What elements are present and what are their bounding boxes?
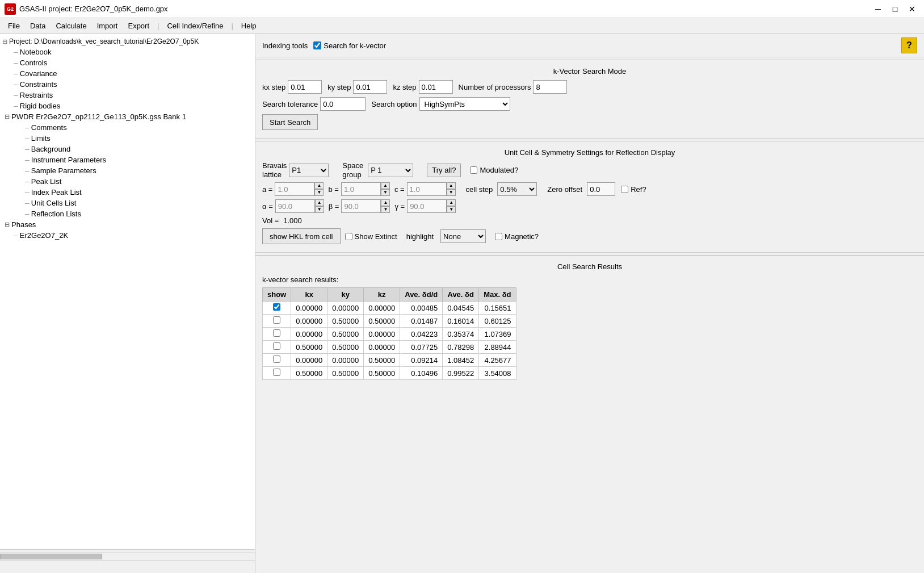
instrument-parameters-label: Instrument Parameters: [31, 156, 106, 164]
show-hkl-button[interactable]: show HKL from cell: [262, 228, 341, 244]
minimize-button[interactable]: ─: [871, 3, 885, 15]
menu-help[interactable]: Help: [237, 20, 261, 32]
c-spinners: ▲ ▼: [447, 182, 456, 196]
row-checkbox[interactable]: [273, 329, 280, 337]
help-button[interactable]: ?: [901, 37, 917, 53]
phases-label: Phases: [11, 220, 36, 229]
row-check-cell: [263, 354, 291, 367]
bravais-group: Bravaislattice P1: [262, 161, 329, 179]
show-extinct-checkbox[interactable]: [345, 233, 352, 240]
num-proc-label: Number of processors: [459, 83, 531, 91]
alpha-up-btn[interactable]: ▲: [315, 199, 324, 206]
search-tolerance-input[interactable]: [320, 97, 366, 111]
app-logo: G2: [5, 3, 16, 15]
index-peak-list-label: Index Peak List: [31, 188, 82, 196]
menu-file[interactable]: File: [3, 20, 24, 32]
row-cell-kz: 0.00000: [364, 328, 400, 341]
row-check-cell: [263, 302, 291, 315]
magnetic-checkbox[interactable]: [495, 233, 502, 240]
menu-import[interactable]: Import: [93, 20, 123, 32]
tree-notebook[interactable]: ─ Notebook: [0, 47, 255, 57]
highlight-select[interactable]: None: [440, 229, 486, 243]
menu-data[interactable]: Data: [26, 20, 50, 32]
a-down-btn[interactable]: ▼: [314, 189, 324, 196]
row-checkbox[interactable]: [273, 355, 280, 363]
tree-phases[interactable]: ⊟ Phases: [0, 219, 255, 230]
gamma-spinner: ▲ ▼: [407, 199, 456, 213]
gamma-input[interactable]: [407, 199, 447, 213]
tree-instrument-parameters[interactable]: ─ Instrument Parameters: [0, 154, 255, 165]
b-up-btn[interactable]: ▲: [381, 182, 390, 189]
c-input[interactable]: [407, 182, 447, 196]
window-controls: ─ □ ✕: [871, 3, 919, 15]
gamma-group: γ = ▲ ▼: [394, 199, 456, 213]
tree-covariance[interactable]: ─ Covariance: [0, 68, 255, 79]
menu-export[interactable]: Export: [123, 20, 154, 32]
tree-reflection-lists[interactable]: ─ Reflection Lists: [0, 208, 255, 219]
tree-controls[interactable]: ─ Controls: [0, 57, 255, 68]
menu-cell-index-refine[interactable]: Cell Index/Refine: [162, 20, 228, 32]
gamma-down-btn[interactable]: ▼: [447, 206, 456, 213]
tree-unit-cells-list[interactable]: ─ Unit Cells List: [0, 198, 255, 208]
c-down-btn[interactable]: ▼: [447, 189, 456, 196]
b-spinner: ▲ ▼: [341, 182, 390, 196]
a-input[interactable]: [275, 182, 314, 196]
bravais-select[interactable]: P1: [289, 164, 329, 177]
beta-up-btn[interactable]: ▲: [381, 199, 390, 206]
b-down-btn[interactable]: ▼: [381, 189, 390, 196]
alpha-input[interactable]: [275, 199, 315, 213]
try-all-button[interactable]: Try all?: [427, 164, 461, 177]
unit-cells-list-label: Unit Cells List: [31, 199, 76, 207]
beta-spinner: ▲ ▼: [341, 199, 390, 213]
tree-er2ge2o7-2k[interactable]: ─ Er2Ge2O7_2K: [0, 230, 255, 241]
row-cell-kz: 0.00000: [364, 302, 400, 315]
b-input[interactable]: [341, 182, 381, 196]
tree-background[interactable]: ─ Background: [0, 144, 255, 154]
cell-step-group: cell step 0.5%: [466, 182, 537, 196]
beta-input[interactable]: [341, 199, 381, 213]
tree-sample-parameters[interactable]: ─ Sample Parameters: [0, 165, 255, 176]
menu-calculate[interactable]: Calculate: [51, 20, 91, 32]
tree-peak-list[interactable]: ─ Peak List: [0, 176, 255, 187]
kz-step-input[interactable]: [419, 80, 453, 94]
row-cell-ky: 0.50000: [327, 328, 364, 341]
close-button[interactable]: ✕: [905, 3, 919, 15]
row-checkbox[interactable]: [273, 303, 280, 311]
modulated-checkbox[interactable]: [470, 166, 477, 174]
tree-index-peak-list[interactable]: ─ Index Peak List: [0, 187, 255, 198]
tree-project-root[interactable]: ⊟ Project: D:\Downloads\k_vec_search_tut…: [0, 36, 255, 47]
c-up-btn[interactable]: ▲: [447, 182, 456, 189]
beta-down-btn[interactable]: ▼: [381, 206, 390, 213]
tree-constraints[interactable]: ─ Constraints: [0, 79, 255, 90]
tree-restraints[interactable]: ─ Restraints: [0, 90, 255, 101]
kvec-results-table: show kx ky kz Ave. δd/d Ave. δd Max. δd …: [262, 287, 516, 380]
kx-step-input[interactable]: [288, 80, 322, 94]
row-checkbox[interactable]: [273, 369, 280, 376]
unit-cells-list-icon: ─: [25, 200, 30, 207]
num-proc-input[interactable]: [533, 80, 567, 94]
ky-step-input[interactable]: [353, 80, 387, 94]
start-search-button[interactable]: Start Search: [262, 114, 318, 130]
space-group-select[interactable]: P 1: [368, 164, 413, 177]
row-checkbox[interactable]: [273, 316, 280, 324]
row-cell-ave_dd: 0.99522: [443, 367, 479, 380]
tree-comments[interactable]: ─ Comments: [0, 122, 255, 133]
row-cell-max_dd: 1.07369: [479, 328, 516, 341]
tree-rigid-bodies[interactable]: ─ Rigid bodies: [0, 101, 255, 111]
tree-pwdr[interactable]: ⊟ PWDR Er2Ge2O7_op2112_Ge113_0p5K.gss Ba…: [0, 111, 255, 122]
row-checkbox[interactable]: [273, 342, 280, 350]
space-group-label: Spacegroup: [342, 161, 363, 179]
alpha-down-btn[interactable]: ▼: [315, 206, 324, 213]
zero-offset-input[interactable]: [587, 182, 615, 196]
tree-limits[interactable]: ─ Limits: [0, 133, 255, 144]
horizontal-scrollbar-thumb[interactable]: [0, 554, 102, 559]
cell-step-select[interactable]: 0.5%: [497, 182, 537, 196]
a-up-btn[interactable]: ▲: [314, 182, 324, 189]
gamma-up-btn[interactable]: ▲: [447, 199, 456, 206]
row-cell-ave_dd: 0.16014: [443, 315, 479, 328]
uc-row-3: α = ▲ ▼ β = ▲ ▼: [262, 199, 917, 213]
search-kvector-checkbox[interactable]: [313, 41, 321, 49]
search-option-select[interactable]: HighSymPts AllPts Manual: [419, 97, 510, 111]
ref-checkbox[interactable]: [621, 186, 628, 193]
maximize-button[interactable]: □: [888, 3, 902, 15]
